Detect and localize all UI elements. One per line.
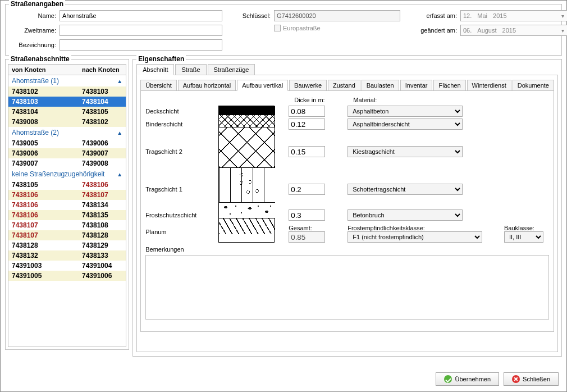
geaendert-date[interactable]: 06.August2015 ▾ (460, 25, 567, 36)
schluessel-label: Schlüssel: (240, 12, 274, 19)
tab-abschnitt[interactable]: Abschnitt (136, 64, 174, 75)
list-item[interactable]: 74381067438135 (8, 210, 126, 220)
abschnitt-list: von Knoten nach Knoten Ahornstraße (1)▲7… (8, 64, 126, 347)
schluessel-input (274, 10, 400, 21)
schliessen-button[interactable]: Schließen (504, 372, 559, 386)
diagram-frostschutz (219, 203, 275, 218)
subtab-inventar[interactable]: Inventar (400, 80, 433, 91)
subtab-flächen[interactable]: Flächen (433, 80, 465, 91)
zweitname-label: Zweitname: (10, 27, 60, 34)
layer-tragschicht1-label: Tragschicht 1 (145, 172, 218, 207)
dicke-header: Dicke in m: (294, 97, 339, 103)
subtab-bauwerke[interactable]: Bauwerke (289, 80, 327, 91)
list-group-header[interactable]: keine Straßenzugzugehörigkeit▲ (8, 168, 126, 180)
list-item[interactable]: 74390077439008 (8, 158, 126, 168)
bezeichnung-label: Bezeichnung: (10, 42, 60, 48)
eigenschaften-group: Eigenschaften AbschnittStraßeStraßenzüge… (132, 59, 562, 357)
close-icon (512, 375, 520, 383)
chevron-up-icon: ▲ (117, 78, 122, 84)
layer-tragschicht2-label: Tragschicht 2 (145, 131, 218, 172)
bemerkungen-textarea[interactable] (145, 255, 549, 320)
diagram-tragschicht1 (219, 168, 275, 203)
list-item[interactable]: 74381067438134 (8, 200, 126, 210)
gesamt-input (289, 231, 325, 243)
bemerkungen-label: Bemerkungen (145, 246, 549, 253)
diagram-tragschicht2 (219, 127, 275, 168)
dicke-tragschicht1-input[interactable] (289, 184, 325, 195)
diagram-binderschicht (219, 115, 275, 127)
list-item[interactable]: 7439100574391006 (8, 271, 126, 281)
name-label: Name: (10, 12, 60, 19)
aufbau-vertikal-panel: Dicke in m: Material: Deckschicht Binder… (140, 90, 554, 332)
checkbox-icon (274, 25, 281, 31)
dicke-deckschicht-input[interactable] (289, 106, 325, 117)
zweitname-input[interactable] (60, 25, 222, 36)
tab-straße[interactable]: Straße (175, 64, 206, 75)
layer-planum-label: Planum (145, 224, 218, 240)
layer-deckschicht-label: Deckschicht (145, 106, 218, 117)
layer-diagram (218, 106, 275, 243)
list-item[interactable]: 74390057439006 (8, 138, 126, 148)
bauklasse-label: Bauklasse: (504, 225, 534, 231)
diagram-planum (219, 218, 275, 234)
subtab-übersicht[interactable]: Übersicht (140, 80, 176, 91)
geaendert-label: geändert am: (420, 27, 460, 34)
europastrasse-checkbox: Europastraße (274, 25, 321, 31)
col-von-knoten[interactable]: von Knoten (12, 66, 82, 73)
frost-label: Frostempfindlichkeitsklasse: (347, 225, 425, 231)
subtab-dokumente[interactable]: Dokumente (513, 80, 554, 91)
list-item[interactable]: 74381327438133 (8, 250, 126, 261)
name-input[interactable] (60, 10, 222, 21)
list-item[interactable]: 74381027438103 (8, 86, 126, 97)
list-item[interactable]: 74381077438128 (8, 230, 126, 240)
material-deckschicht-select[interactable]: Asphaltbeton (347, 106, 463, 117)
frost-select[interactable]: F1 (nicht frostempfindlich) (347, 231, 482, 243)
list-item[interactable]: 74381287438129 (8, 240, 126, 250)
material-binderschicht-select[interactable]: Asphaltbinderschicht (347, 118, 463, 130)
main-group-title: Eigenschaften (136, 55, 186, 63)
dropdown-icon: ▾ (561, 13, 564, 19)
material-frostschutz-select[interactable]: Betonbruch (347, 209, 463, 221)
list-item[interactable]: 74381077438108 (8, 220, 126, 230)
layer-binderschicht-label: Binderschicht (145, 117, 218, 131)
erfasst-date[interactable]: 12.Mai2015 ▾ (460, 10, 567, 21)
subtab-baulasten[interactable]: Baulasten (362, 80, 399, 91)
col-nach-knoten[interactable]: nach Knoten (82, 66, 122, 73)
dicke-tragschicht2-input[interactable] (289, 146, 325, 157)
uebernehmen-button[interactable]: Übernehmen (436, 372, 499, 386)
tab-straßenzüge[interactable]: Straßenzüge (208, 64, 255, 75)
list-item[interactable]: 74390087438102 (8, 117, 126, 127)
subtab-aufbau-horizontal[interactable]: Aufbau horizontal (178, 80, 236, 91)
list-item[interactable]: 74381047438105 (8, 107, 126, 117)
ok-icon (444, 375, 452, 383)
list-item[interactable]: 74381057438106 (8, 180, 126, 190)
dropdown-icon: ▾ (561, 28, 564, 34)
subtab-zustand[interactable]: Zustand (328, 80, 360, 91)
sidebar-group-title: Straßenabschnitte (9, 55, 71, 63)
subtab-aufbau-vertikal[interactable]: Aufbau vertikal (237, 80, 288, 91)
material-header: Material: (353, 97, 477, 103)
list-group-header[interactable]: Ahornstraße (2)▲ (8, 127, 126, 138)
top-group-title: Straßenangaben (9, 0, 65, 8)
list-item[interactable]: 7439100374391004 (8, 261, 126, 271)
list-item[interactable]: 74381067438107 (8, 190, 126, 200)
list-item[interactable]: 74381037438104 (8, 97, 126, 107)
strassen-angaben-group: Straßenangaben Name: Zweitname: Bezeichn… (5, 4, 562, 56)
list-group-header[interactable]: Ahornstraße (1)▲ (8, 75, 126, 86)
europastrasse-label: Europastraße (283, 25, 321, 31)
dicke-binderschicht-input[interactable] (289, 118, 325, 130)
strassenabschnitte-group: Straßenabschnitte von Knoten nach Knoten… (5, 59, 129, 350)
material-tragschicht1-select[interactable]: Schottertragschicht (347, 184, 463, 195)
subtab-winterdienst[interactable]: Winterdienst (467, 80, 511, 91)
list-item[interactable]: 74390067439007 (8, 148, 126, 158)
diagram-deckschicht (219, 106, 275, 115)
gesamt-label: Gesamt: (289, 225, 312, 231)
dicke-frostschutz-input[interactable] (289, 209, 325, 221)
chevron-up-icon: ▲ (117, 130, 122, 136)
bauklasse-select[interactable]: II, III (504, 231, 543, 243)
material-tragschicht2-select[interactable]: Kiestragschicht (347, 146, 463, 157)
layer-frostschutz-label: Frostschutzschicht (145, 207, 218, 224)
chevron-up-icon: ▲ (117, 171, 122, 177)
bezeichnung-input[interactable] (60, 39, 222, 51)
erfasst-label: erfasst am: (420, 12, 460, 19)
